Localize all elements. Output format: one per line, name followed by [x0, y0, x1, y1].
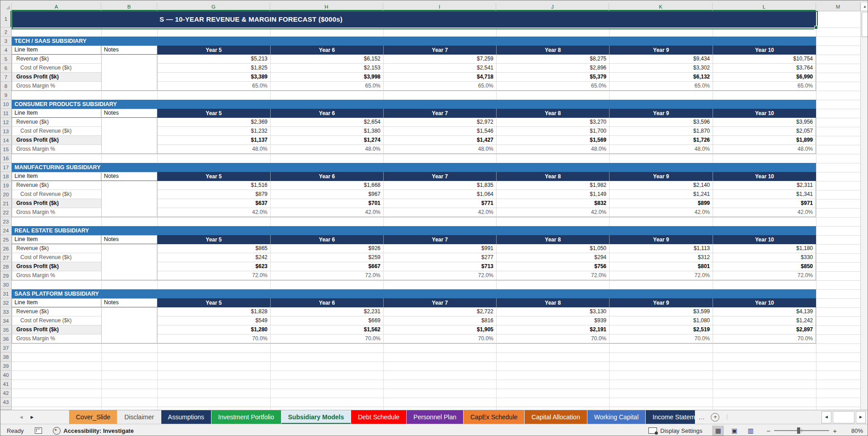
row-header-31[interactable]: 31 [0, 289, 12, 298]
cell-A14[interactable]: Gross Profit ($k) [12, 136, 101, 145]
row-header-25[interactable]: 25 [0, 235, 12, 244]
cell-G12[interactable]: $2,369 [157, 118, 270, 127]
cell-A28[interactable]: Gross Profit ($k) [12, 262, 101, 271]
cell-G11[interactable]: Year 5 [157, 109, 270, 118]
cell-A10[interactable]: CONSUMER PRODUCTS SUBSIDIARY [12, 100, 816, 109]
cell-K11[interactable]: Year 9 [609, 109, 713, 118]
cell-J13[interactable]: $1,700 [496, 127, 609, 136]
cell-J19[interactable]: $1,982 [496, 181, 609, 190]
cell-G5[interactable]: $5,213 [157, 55, 270, 64]
column-header-J[interactable]: J [496, 3, 609, 11]
sheet-tab-debt-schedule[interactable]: Debt Schedule [351, 410, 406, 424]
cell-J14[interactable]: $1,569 [496, 136, 609, 145]
cell-A5[interactable]: Revenue ($k) [12, 55, 101, 64]
row-header-8[interactable]: 8 [0, 82, 12, 91]
cell-I33[interactable]: $2,722 [383, 307, 496, 316]
cell-K7[interactable]: $6,132 [609, 73, 713, 82]
select-all-corner[interactable] [0, 3, 12, 11]
cell-A12[interactable]: Revenue ($k) [12, 118, 101, 127]
column-header-L[interactable]: L [713, 3, 816, 11]
cell-I35[interactable]: $1,905 [383, 325, 496, 334]
cell-H36[interactable]: 70.0% [270, 334, 383, 343]
vertical-scroll-thumb[interactable] [862, 12, 868, 37]
cell-A22[interactable]: Gross Margin % [12, 208, 101, 217]
zoom-out-button[interactable]: − [766, 427, 770, 435]
sheet-tab-investment-portfolio[interactable]: Investment Portfolio [211, 410, 281, 424]
display-settings-button[interactable]: Display Settings [648, 427, 702, 434]
cell-L7[interactable]: $6,990 [713, 73, 816, 82]
accessibility-status[interactable]: Accessibility: Investigate [53, 427, 134, 435]
row-header-15[interactable]: 15 [0, 145, 12, 154]
cell-K27[interactable]: $312 [609, 253, 713, 262]
cell-L26[interactable]: $1,180 [713, 244, 816, 253]
cell-I26[interactable]: $991 [383, 244, 496, 253]
cell-K21[interactable]: $899 [609, 199, 713, 208]
cell-J5[interactable]: $8,275 [496, 55, 609, 64]
cell-K22[interactable]: 42.0% [609, 208, 713, 217]
cell-J18[interactable]: Year 8 [496, 172, 609, 181]
cell-J32[interactable]: Year 8 [496, 298, 609, 307]
row-header-2[interactable]: 2 [0, 28, 12, 37]
row-header-22[interactable]: 22 [0, 208, 12, 217]
view-page-break-button[interactable]: ▥ [745, 426, 756, 436]
cell-H20[interactable]: $967 [270, 190, 383, 199]
cell-J26[interactable]: $1,050 [496, 244, 609, 253]
sheet-tab-capex-schedule[interactable]: CapEx Schedule [464, 410, 524, 424]
cell-A15[interactable]: Gross Margin % [12, 145, 101, 154]
cell-I21[interactable]: $771 [383, 199, 496, 208]
cell-G21[interactable]: $637 [157, 199, 270, 208]
cell-H13[interactable]: $1,380 [270, 127, 383, 136]
cell-A20[interactable]: Cost of Revenue ($k) [12, 190, 101, 199]
row-header-40[interactable]: 40 [0, 371, 12, 380]
cell-B18[interactable]: Notes [101, 172, 157, 181]
row-header-23[interactable]: 23 [0, 217, 12, 226]
cell-I7[interactable]: $4,718 [383, 73, 496, 82]
cell-H4[interactable]: Year 6 [270, 46, 383, 55]
cell-L13[interactable]: $2,057 [713, 127, 816, 136]
row-header-34[interactable]: 34 [0, 316, 12, 325]
cell-A26[interactable]: Revenue ($k) [12, 244, 101, 253]
cell-L6[interactable]: $3,764 [713, 64, 816, 73]
cell-G19[interactable]: $1,516 [157, 181, 270, 190]
tab-overflow-ellipsis[interactable]: … [695, 410, 707, 424]
cell-H22[interactable]: 42.0% [270, 208, 383, 217]
cell-G15[interactable]: 48.0% [157, 145, 270, 154]
row-header-33[interactable]: 33 [0, 307, 12, 316]
cell-H8[interactable]: 65.0% [270, 82, 383, 91]
row-header-37[interactable]: 37 [0, 343, 12, 353]
cell-H27[interactable]: $259 [270, 253, 383, 262]
cell-J7[interactable]: $5,379 [496, 73, 609, 82]
cell-L14[interactable]: $1,899 [713, 136, 816, 145]
cell-G26[interactable]: $865 [157, 244, 270, 253]
cell-J36[interactable]: 70.0% [496, 334, 609, 343]
row-header-9[interactable]: 9 [0, 91, 12, 100]
cell-K8[interactable]: 65.0% [609, 82, 713, 91]
row-header-1[interactable]: 1 [0, 11, 12, 28]
cell-A35[interactable]: Gross Profit ($k) [12, 325, 101, 334]
cell-B32[interactable]: Notes [101, 298, 157, 307]
cell-L18[interactable]: Year 10 [713, 172, 816, 181]
cell-H7[interactable]: $3,998 [270, 73, 383, 82]
row-header-24[interactable]: 24 [0, 226, 12, 235]
cell-L33[interactable]: $4,139 [713, 307, 816, 316]
cell-A31[interactable]: SAAS PLATFORM SUBSIDIARY [12, 289, 816, 298]
cell-I19[interactable]: $1,835 [383, 181, 496, 190]
cell-H18[interactable]: Year 6 [270, 172, 383, 181]
zoom-slider-thumb[interactable] [797, 427, 800, 434]
row-header-29[interactable]: 29 [0, 271, 12, 280]
row-header-28[interactable]: 28 [0, 262, 12, 271]
row-header-20[interactable]: 20 [0, 190, 12, 199]
cell-G27[interactable]: $242 [157, 253, 270, 262]
cell-K36[interactable]: 70.0% [609, 334, 713, 343]
cell-G13[interactable]: $1,232 [157, 127, 270, 136]
row-header-16[interactable]: 16 [0, 154, 12, 163]
cell-K28[interactable]: $801 [609, 262, 713, 271]
cell-K5[interactable]: $9,434 [609, 55, 713, 64]
cell-I36[interactable]: 70.0% [383, 334, 496, 343]
cell-G35[interactable]: $1,280 [157, 325, 270, 334]
zoom-slider[interactable] [774, 430, 829, 431]
column-header-G[interactable]: G [157, 3, 270, 11]
row-header-14[interactable]: 14 [0, 136, 12, 145]
cell-L8[interactable]: 65.0% [713, 82, 816, 91]
cell-G22[interactable]: 42.0% [157, 208, 270, 217]
